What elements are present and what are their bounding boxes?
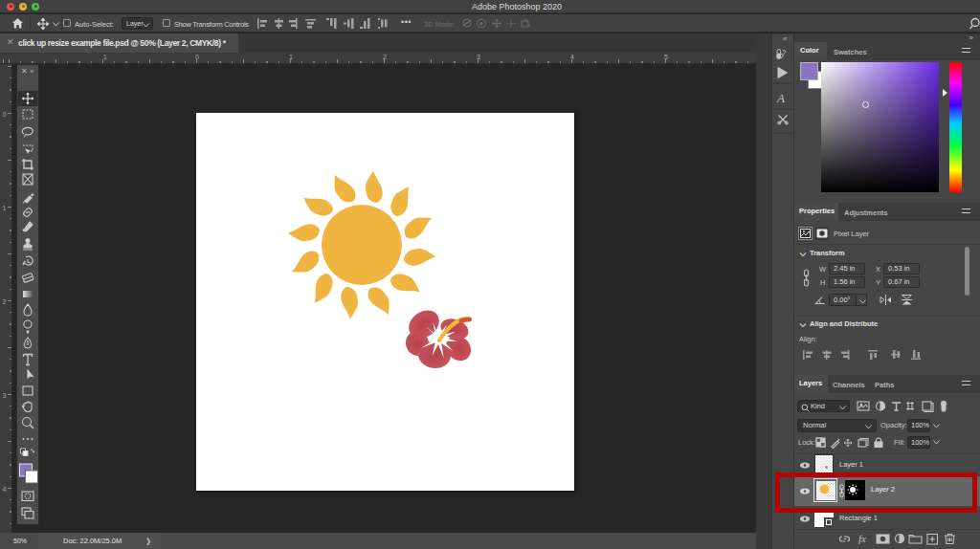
svg-text:fx: fx xyxy=(858,533,866,544)
svg-text:A: A xyxy=(776,91,785,105)
